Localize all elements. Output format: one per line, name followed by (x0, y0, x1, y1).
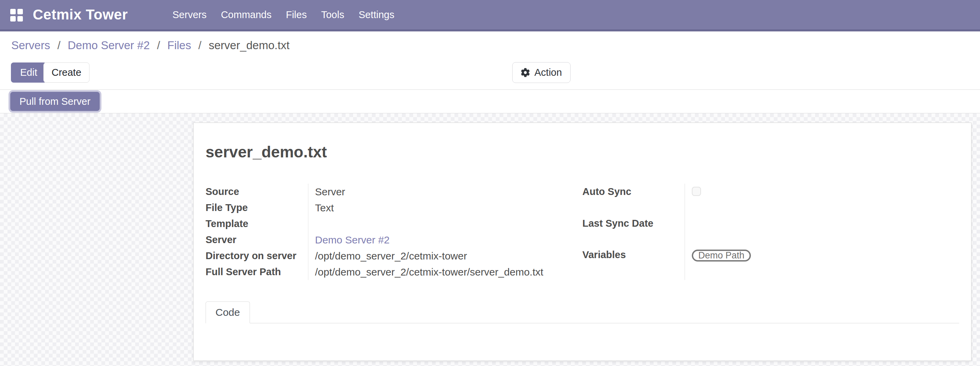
field-row-last-sync-date: Last Sync Date (582, 215, 959, 247)
field-label-server: Server (205, 232, 308, 248)
field-value-full-server-path: /opt/demo_server_2/cetmix-tower/server_d… (308, 264, 582, 280)
breadcrumb-separator: / (198, 39, 202, 52)
edit-button[interactable]: Edit (11, 62, 46, 83)
breadcrumb-separator: / (157, 39, 160, 52)
control-panel: Servers / Demo Server #2 / Files / serve… (0, 33, 980, 89)
tab-code[interactable]: Code (205, 301, 250, 323)
action-button-label: Action (535, 67, 562, 78)
field-value-last-sync-date (685, 215, 959, 247)
field-row-template: Template (205, 216, 582, 232)
notebook: Code (205, 301, 959, 323)
auto-sync-checkbox[interactable] (692, 187, 701, 196)
field-group-right: Auto Sync Last Sync Date Variables Demo … (582, 184, 959, 280)
breadcrumb: Servers / Demo Server #2 / Files / serve… (11, 39, 290, 52)
breadcrumb-link-demo-server-2[interactable]: Demo Server #2 (68, 39, 150, 52)
field-value-source: Server (308, 184, 582, 200)
menu-item-commands[interactable]: Commands (214, 0, 278, 29)
cetmix-tower-window: Cetmix Tower Servers Commands Files Tool… (0, 0, 980, 366)
page-title: server_demo.txt (205, 142, 959, 162)
field-label-file-type: File Type (205, 200, 308, 216)
field-value-server-link[interactable]: Demo Server #2 (315, 234, 390, 245)
field-row-full-server-path: Full Server Path /opt/demo_server_2/cetm… (205, 264, 582, 280)
notebook-tabs: Code (205, 301, 959, 323)
field-row-server: Server Demo Server #2 (205, 232, 582, 248)
gear-icon (521, 68, 530, 77)
field-label-variables: Variables (582, 247, 685, 280)
menu-item-settings[interactable]: Settings (352, 0, 402, 29)
field-value-template (308, 216, 582, 232)
breadcrumb-link-servers[interactable]: Servers (11, 39, 50, 52)
field-row-source: Source Server (205, 184, 582, 200)
breadcrumb-current: server_demo.txt (208, 39, 290, 52)
status-bar: Pull from Server (0, 89, 980, 113)
breadcrumb-separator: / (57, 39, 60, 52)
field-label-template: Template (205, 216, 308, 232)
menu-item-servers[interactable]: Servers (165, 0, 214, 29)
apps-grid-icon[interactable] (10, 9, 23, 22)
field-value-file-type: Text (308, 200, 582, 216)
brand-title[interactable]: Cetmix Tower (33, 0, 128, 29)
top-navbar: Cetmix Tower Servers Commands Files Tool… (0, 0, 980, 32)
breadcrumb-link-files[interactable]: Files (167, 39, 191, 52)
field-label-last-sync-date: Last Sync Date (582, 215, 685, 247)
field-label-directory-on-server: Directory on server (205, 248, 308, 264)
field-group-left: Source Server File Type Text Template Se… (205, 184, 582, 280)
menu-item-tools[interactable]: Tools (314, 0, 352, 29)
variables-tag-demo-path: Demo Path (692, 250, 751, 261)
form-sheet: server_demo.txt Source Server File Type … (193, 123, 972, 361)
field-label-auto-sync: Auto Sync (582, 184, 685, 215)
field-value-directory-on-server: /opt/demo_server_2/cetmix-tower (308, 248, 582, 264)
field-row-directory-on-server: Directory on server /opt/demo_server_2/c… (205, 248, 582, 264)
create-button[interactable]: Create (43, 62, 89, 83)
field-label-full-server-path: Full Server Path (205, 264, 308, 280)
pull-from-server-button[interactable]: Pull from Server (10, 92, 100, 111)
action-button[interactable]: Action (512, 62, 571, 83)
field-row-variables: Variables Demo Path (582, 247, 959, 280)
form-view-background: server_demo.txt Source Server File Type … (0, 113, 980, 366)
main-menu: Servers Commands Files Tools Settings (165, 0, 402, 29)
field-row-auto-sync: Auto Sync (582, 184, 959, 215)
field-groups: Source Server File Type Text Template Se… (205, 184, 959, 280)
field-label-source: Source (205, 184, 308, 200)
menu-item-files[interactable]: Files (278, 0, 314, 29)
field-row-file-type: File Type Text (205, 200, 582, 216)
